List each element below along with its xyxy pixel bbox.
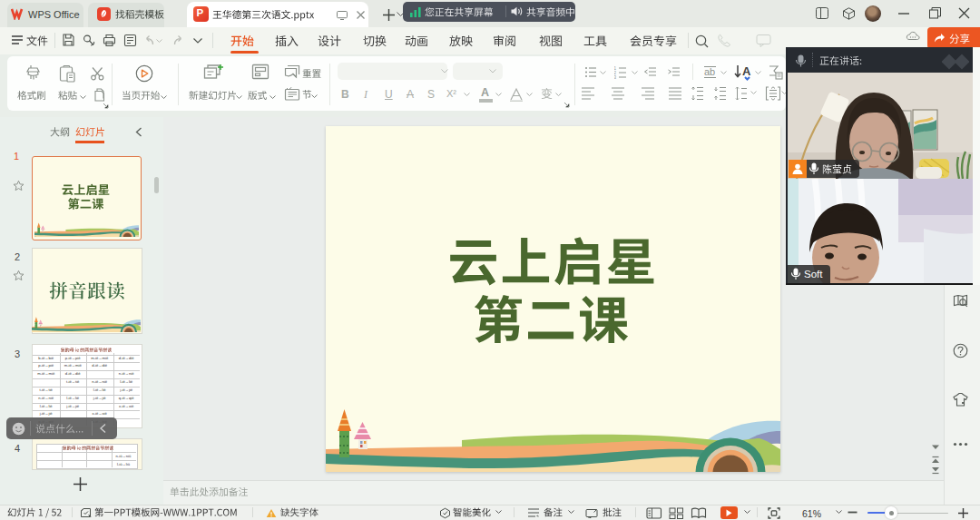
- svg-text:ab: ab: [704, 66, 715, 77]
- svg-text:A: A: [742, 64, 751, 78]
- svg-text:3: 3: [614, 75, 617, 79]
